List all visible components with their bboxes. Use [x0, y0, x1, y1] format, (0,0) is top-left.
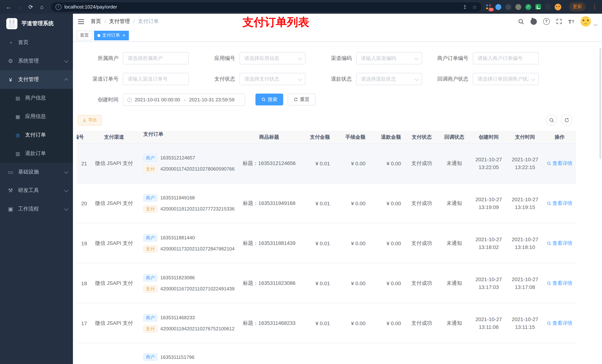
pay-tag: 支付 [143, 205, 157, 213]
site-info-icon[interactable] [55, 4, 62, 10]
extension-icon[interactable] [505, 4, 511, 10]
avatar-dropdown-caret[interactable] [594, 22, 597, 26]
briefcase-icon: ▣ [7, 206, 14, 212]
filter-callback-status: 回调商户状态 [428, 73, 544, 85]
extension-check-icon[interactable] [525, 4, 531, 10]
browser-forward-button[interactable]: → [15, 2, 24, 12]
channel-order-no-input[interactable] [123, 73, 189, 85]
filter-pay-status: 支付状态 [194, 73, 311, 85]
merchant-order-no-input[interactable] [473, 52, 539, 64]
browser-menu-icon[interactable]: ⋮ [592, 3, 598, 10]
app-header: 首页 / 支付管理 / 支付订单 支付订单列表 [73, 14, 602, 29]
filter-refund-status: 退款状态 [311, 73, 428, 85]
browser-home-button[interactable]: ⌂ [37, 2, 47, 12]
view-detail-link[interactable]: 查看详情 [547, 320, 572, 326]
table-header: 编号 支付渠道 支付订单 商品标题 支付金额 手续金额 退款金额 支付状态 回调… [77, 131, 576, 144]
toggle-search-button[interactable] [546, 114, 557, 126]
header-actions [518, 16, 597, 27]
sidebar-collapse-icon[interactable] [78, 19, 84, 24]
pay-tag: 支付 [143, 165, 157, 173]
share-icon[interactable]: ↥ [462, 4, 467, 10]
search-button[interactable]: 搜索 [256, 94, 283, 105]
breadcrumb-section[interactable]: 支付管理 [109, 18, 130, 25]
refresh-table-button[interactable] [561, 114, 572, 126]
create-time-range[interactable]: 2021-10-01 00:00:00 - 2021-10-31 23:59:5… [123, 94, 245, 106]
pay-tag: 支付 [143, 325, 157, 332]
tab-pay-order[interactable]: 支付订单 × [94, 31, 129, 40]
extension-icon[interactable] [495, 4, 501, 10]
page-body: 所属商户 应用编号 渠道编码 商户订单编号 [73, 42, 602, 364]
merchant-tag: 商户 [143, 194, 157, 201]
extension-icon[interactable] [535, 4, 541, 10]
fullscreen-icon[interactable] [556, 19, 562, 24]
gear-icon: ⚙ [7, 58, 14, 64]
channel-code-select[interactable] [356, 52, 422, 64]
breadcrumb: 首页 / 支付管理 / 支付订单 [91, 18, 159, 25]
table-row: 19 微信 JSAPI 支付 商户1635311881440 支付4200001… [77, 223, 576, 263]
view-detail-link[interactable]: 查看详情 [547, 280, 572, 287]
sidebar-item-workflow[interactable]: ▣ 工作流程 [0, 200, 73, 218]
pay-status-select[interactable] [239, 73, 305, 85]
logo-rabbit-icon [6, 18, 17, 29]
font-size-icon[interactable] [568, 18, 574, 25]
download-icon [82, 118, 87, 122]
sidebar-item-merchant-info[interactable]: ▤ 商户信息 [0, 89, 73, 107]
profile-avatar[interactable] [555, 3, 561, 10]
bookmark-star-icon[interactable]: ☆ [472, 4, 477, 10]
search-icon[interactable] [518, 18, 524, 25]
table-row: 18 微信 JSAPI 支付 商户1635311823086 支付4200001… [77, 263, 576, 303]
pay-tag: 支付 [143, 245, 157, 252]
screen: ← → ⟳ ⌂ localhost:1024/pay/order ↥ ☆ 10 … [0, 0, 602, 364]
sidebar-item-pay-order[interactable]: ◎ 支付订单 [0, 126, 73, 144]
sidebar: 芋道管理系统 ◔ 首页 ⚙ 系统管理 ¥ 支付管理 ▤ 商户信息 [0, 14, 73, 364]
chevron-down-icon [64, 188, 68, 192]
main-area: 首页 / 支付管理 / 支付订单 支付订单列表 [73, 14, 602, 364]
clock-icon [127, 97, 132, 102]
view-detail-link[interactable]: 查看详情 [547, 240, 572, 247]
browser-chrome: ← → ⟳ ⌂ localhost:1024/pay/order ↥ ☆ 10 … [0, 0, 602, 14]
browser-refresh-button[interactable]: ⟳ [26, 2, 35, 12]
close-tab-icon[interactable]: × [123, 33, 125, 38]
export-button[interactable]: 导出 [78, 115, 101, 125]
table-row: 21 微信 JSAPI 支付 商户1635312124657 支付4200001… [77, 144, 576, 184]
merchant-select-input[interactable] [123, 52, 189, 64]
merchant-tag: 商户 [143, 314, 157, 321]
extension-grid-icon[interactable]: 10 [486, 4, 491, 10]
extension-icon[interactable] [515, 4, 521, 10]
tags-view-bar: 首页 支付订单 × [73, 29, 602, 42]
browser-back-button[interactable]: ← [4, 2, 13, 12]
yen-icon: ¥ [7, 76, 14, 83]
user-avatar[interactable] [580, 16, 591, 27]
chevron-down-icon [64, 58, 68, 63]
reset-button[interactable]: 重置 [288, 94, 315, 105]
sidebar-item-home[interactable]: ◔ 首页 [0, 33, 73, 52]
app-logo: 芋道管理系统 [0, 14, 73, 33]
app-no-select[interactable] [239, 52, 305, 64]
app-title: 芋道管理系统 [22, 20, 54, 27]
tab-home[interactable]: 首页 [77, 31, 92, 40]
refund-status-select[interactable] [356, 73, 422, 85]
breadcrumb-home[interactable]: 首页 [91, 18, 101, 25]
merchant-tag: 商户 [143, 154, 157, 161]
sidebar-item-infrastructure[interactable]: ▭ 基础设施 [0, 163, 73, 181]
sidebar-item-payment[interactable]: ¥ 支付管理 [0, 70, 73, 89]
github-icon[interactable] [530, 18, 537, 25]
callback-status-select[interactable] [473, 73, 539, 85]
page-scrollbar[interactable] [599, 48, 601, 159]
view-detail-link[interactable]: 查看详情 [547, 160, 572, 167]
document-icon: ▥ [15, 151, 21, 156]
sidebar-item-app-info[interactable]: ▦ 应用信息 [0, 107, 73, 126]
extensions-puzzle-icon[interactable] [545, 4, 550, 10]
search-icon [261, 97, 266, 102]
help-icon[interactable] [543, 18, 550, 25]
sidebar-item-dev-tools[interactable]: ⚒ 研发工具 [0, 181, 73, 200]
url-text: localhost:1024/pay/order [64, 4, 117, 10]
target-icon: ◎ [15, 132, 21, 138]
browser-update-button[interactable]: 更新 [569, 2, 586, 11]
sidebar-item-refund-order[interactable]: ▥ 退款订单 [0, 144, 73, 163]
sidebar-item-system[interactable]: ⚙ 系统管理 [0, 52, 73, 70]
view-detail-link[interactable]: 查看详情 [547, 200, 572, 207]
address-bar[interactable]: localhost:1024/pay/order ↥ ☆ [51, 2, 481, 12]
breadcrumb-current: 支付订单 [138, 18, 159, 25]
filter-app-no: 应用编号 [194, 52, 311, 64]
